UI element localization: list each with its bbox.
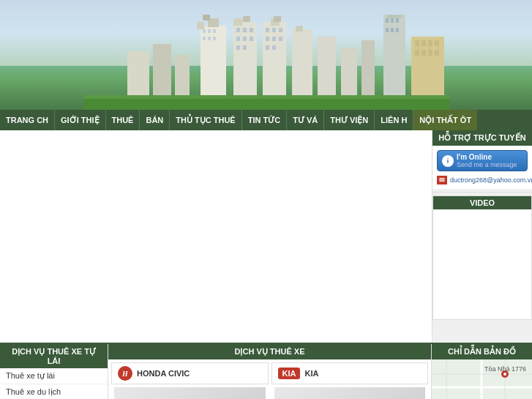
nav-ban[interactable]: BÁN bbox=[140, 110, 170, 130]
honda-logo: H bbox=[118, 366, 132, 381]
email-icon: ✉ bbox=[437, 176, 447, 184]
right-sidebar: HỖ TRỢ TRỰC TUYẾN i I'm Online Send me a… bbox=[432, 130, 532, 343]
svg-rect-36 bbox=[296, 26, 303, 31]
honda-car-image bbox=[114, 387, 266, 399]
video-title: VIDEO bbox=[433, 196, 531, 209]
nav-thue[interactable]: THUÊ bbox=[106, 110, 141, 130]
support-content: i I'm Online Send me a message ✉ ductron… bbox=[432, 146, 532, 189]
svg-rect-44 bbox=[391, 18, 394, 23]
bottom-right-section: CHỈ DẪN BẢN ĐỒ Tòa Nhà 1776 Nhà N66... bbox=[432, 344, 532, 399]
svg-rect-24 bbox=[279, 28, 282, 32]
video-section: VIDEO bbox=[432, 195, 532, 320]
svg-rect-51 bbox=[422, 40, 426, 46]
bottom-row: DỊCH VỤ THUÊ XE TỰ LÁI Thuê xe tự lái Th… bbox=[0, 343, 532, 399]
svg-rect-43 bbox=[386, 18, 389, 23]
center-content bbox=[0, 130, 432, 343]
bottom-left-title: DỊCH VỤ THUÊ XE TỰ LÁI bbox=[0, 344, 108, 368]
svg-rect-21 bbox=[250, 28, 253, 32]
nav-lien-he[interactable]: LIÊN H bbox=[375, 110, 413, 130]
im-online-button[interactable]: i I'm Online Send me a message bbox=[437, 150, 528, 171]
svg-rect-57 bbox=[435, 50, 439, 56]
svg-rect-6 bbox=[203, 15, 210, 20]
kia-car-image bbox=[274, 387, 426, 399]
ho-tro-title: HỖ TRỢ TRỰC TUYẾN bbox=[432, 130, 532, 146]
svg-rect-14 bbox=[233, 18, 242, 26]
svg-rect-53 bbox=[435, 40, 439, 46]
svg-rect-23 bbox=[272, 28, 276, 32]
svg-rect-12 bbox=[213, 37, 216, 40]
svg-rect-30 bbox=[279, 37, 282, 41]
svg-rect-59 bbox=[83, 99, 449, 110]
ho-tro-label: HỖ TRỢ TRỰC TUYẾN bbox=[437, 133, 528, 143]
svg-rect-18 bbox=[274, 16, 281, 22]
svg-rect-28 bbox=[266, 37, 269, 41]
svg-rect-47 bbox=[391, 28, 394, 32]
svg-rect-46 bbox=[386, 28, 389, 32]
nav-thu-vien[interactable]: THƯ VIỆN bbox=[324, 110, 375, 130]
map-label: Tòa Nhà 1776 bbox=[484, 365, 526, 373]
svg-rect-55 bbox=[422, 50, 426, 56]
svg-rect-34 bbox=[272, 45, 276, 50]
svg-rect-27 bbox=[250, 37, 253, 41]
email-address: ductrong268@yahoo.com.vn bbox=[450, 176, 532, 184]
svg-rect-26 bbox=[243, 37, 247, 41]
im-online-sub: Send me a message bbox=[457, 161, 517, 168]
email-row: ✉ ductrong268@yahoo.com.vn bbox=[437, 176, 528, 184]
svg-rect-32 bbox=[243, 45, 247, 50]
svg-rect-25 bbox=[236, 37, 240, 41]
svg-rect-19 bbox=[236, 28, 240, 32]
svg-rect-56 bbox=[428, 50, 432, 56]
svg-rect-54 bbox=[415, 50, 419, 56]
map-placeholder: Tòa Nhà 1776 bbox=[432, 359, 532, 399]
navbar: TRANG CH GIỚI THIỆ THUÊ BÁN THỦ TỤC THUÊ… bbox=[0, 110, 532, 130]
nav-gioi-thieu[interactable]: GIỚI THIỆ bbox=[55, 110, 105, 130]
svg-rect-7 bbox=[203, 29, 206, 33]
buildings-illustration bbox=[83, 15, 449, 110]
svg-rect-50 bbox=[415, 40, 419, 46]
svg-rect-10 bbox=[203, 37, 206, 40]
nav-tu-van[interactable]: TƯ VÁ bbox=[287, 110, 324, 130]
svg-rect-33 bbox=[266, 45, 269, 50]
honda-brand[interactable]: H HONDA CIVIC bbox=[111, 362, 269, 384]
car-brands: H HONDA CIVIC KIA KIA bbox=[108, 359, 431, 387]
main-content: HỖ TRỢ TRỰC TUYẾN i I'm Online Send me a… bbox=[0, 130, 532, 343]
nav-trang-chu[interactable]: TRANG CH bbox=[0, 110, 55, 130]
nav-tin-tuc[interactable]: TIN TỨC bbox=[242, 110, 287, 130]
im-online-icon: i bbox=[442, 155, 454, 167]
kia-brand[interactable]: KIA KIA bbox=[271, 362, 429, 384]
im-online-text: I'm Online Send me a message bbox=[457, 153, 517, 168]
bottom-left-item-0[interactable]: Thuê xe tự lái bbox=[0, 368, 108, 384]
svg-rect-4 bbox=[197, 22, 204, 29]
svg-rect-31 bbox=[236, 45, 240, 50]
svg-rect-45 bbox=[396, 18, 399, 23]
svg-point-68 bbox=[503, 373, 506, 376]
svg-rect-20 bbox=[243, 28, 247, 32]
svg-rect-22 bbox=[266, 28, 269, 32]
svg-rect-8 bbox=[208, 29, 211, 33]
svg-rect-41 bbox=[387, 15, 402, 18]
bottom-left-section: DỊCH VỤ THUÊ XE TỰ LÁI Thuê xe tự lái Th… bbox=[0, 344, 108, 399]
header-banner bbox=[0, 0, 532, 110]
svg-rect-52 bbox=[428, 40, 432, 46]
bottom-center-title: DỊCH VỤ THUÊ XE bbox=[108, 344, 431, 359]
kia-label: KIA bbox=[304, 369, 318, 378]
svg-rect-29 bbox=[272, 37, 276, 41]
svg-rect-48 bbox=[396, 28, 399, 32]
im-online-label: I'm Online bbox=[457, 153, 517, 161]
svg-rect-11 bbox=[208, 37, 211, 40]
bottom-center-section: DỊCH VỤ THUÊ XE H HONDA CIVIC KIA KIA bbox=[108, 344, 432, 399]
kia-logo: KIA bbox=[278, 368, 301, 379]
nav-thu-tuc-thue[interactable]: THỦ TỤC THUÊ bbox=[170, 110, 241, 130]
bottom-left-item-1[interactable]: Thuê xe du lịch bbox=[0, 384, 108, 399]
svg-rect-9 bbox=[213, 29, 216, 33]
nav-noi-that-ot[interactable]: NỘI THẤT ÔT bbox=[413, 110, 477, 130]
svg-rect-15 bbox=[243, 16, 250, 22]
bottom-right-title: CHỈ DẪN BẢN ĐỒ bbox=[432, 344, 532, 359]
honda-label: HONDA CIVIC bbox=[137, 369, 190, 378]
video-content bbox=[433, 209, 531, 319]
